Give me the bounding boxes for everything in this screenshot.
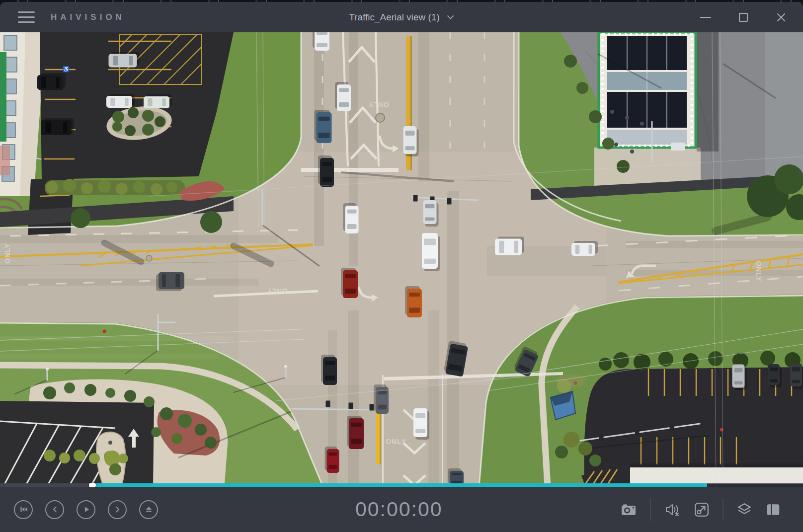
aerial-intersection-scene: ♿ bbox=[0, 32, 803, 487]
control-bar: 00:00:00 bbox=[0, 487, 803, 532]
lane-marking-only-west-edge: ONLY bbox=[3, 243, 11, 264]
resize-button[interactable] bbox=[694, 502, 710, 518]
camera-icon bbox=[620, 503, 637, 517]
title-bar: HAIVISION Traffic_Aerial view (1) bbox=[0, 2, 803, 32]
close-icon bbox=[776, 12, 786, 22]
layers-button[interactable] bbox=[736, 502, 752, 518]
close-button[interactable] bbox=[762, 2, 800, 32]
lane-marking-only-north: ONLY bbox=[368, 101, 389, 109]
title-dropdown[interactable]: Traffic_Aerial view (1) bbox=[349, 2, 454, 32]
video-title: Traffic_Aerial view (1) bbox=[349, 12, 440, 23]
maximize-icon bbox=[739, 13, 748, 22]
lane-marking-only-east: ONLY bbox=[755, 261, 763, 282]
seek-bar[interactable] bbox=[0, 483, 803, 487]
svg-text:♿: ♿ bbox=[63, 66, 70, 73]
seek-played bbox=[0, 483, 96, 487]
snapshot-button[interactable] bbox=[620, 503, 637, 517]
previous-button[interactable] bbox=[45, 500, 64, 519]
play-button[interactable] bbox=[77, 500, 95, 519]
panel-button[interactable] bbox=[765, 502, 781, 518]
divider bbox=[650, 498, 651, 521]
eject-button[interactable] bbox=[139, 500, 158, 519]
menu-button[interactable] bbox=[18, 11, 35, 23]
chevron-down-icon bbox=[447, 15, 454, 20]
minimize-button[interactable] bbox=[687, 2, 724, 32]
skip-to-start-icon bbox=[18, 504, 29, 515]
utility-controls bbox=[620, 487, 803, 532]
transport-controls bbox=[14, 487, 158, 532]
mute-button[interactable] bbox=[664, 502, 681, 517]
resize-icon bbox=[694, 502, 710, 518]
eject-icon bbox=[144, 504, 154, 515]
volume-muted-icon bbox=[664, 502, 681, 517]
brand-logo: HAIVISION bbox=[51, 12, 125, 22]
next-button[interactable] bbox=[108, 500, 127, 519]
window-controls bbox=[687, 2, 800, 32]
chevron-right-icon bbox=[112, 504, 123, 515]
play-icon bbox=[81, 504, 91, 515]
side-panel-icon bbox=[765, 502, 781, 518]
layers-icon bbox=[736, 502, 752, 518]
timecode: 00:00:00 bbox=[355, 497, 443, 521]
lane-marking-only-west: ONLY bbox=[267, 287, 288, 295]
video-frame[interactable]: ♿ bbox=[0, 32, 803, 487]
seek-fill bbox=[96, 483, 707, 487]
skip-start-button[interactable] bbox=[14, 500, 33, 519]
hamburger-icon bbox=[18, 11, 35, 13]
maximize-button[interactable] bbox=[724, 2, 762, 32]
seek-handle[interactable] bbox=[89, 483, 96, 487]
minimize-icon bbox=[700, 17, 711, 18]
app-window: HAIVISION Traffic_Aerial view (1) bbox=[0, 0, 803, 532]
lane-marking-only-south: ONLY bbox=[386, 438, 406, 446]
chevron-left-icon bbox=[50, 504, 60, 515]
divider bbox=[723, 498, 723, 521]
